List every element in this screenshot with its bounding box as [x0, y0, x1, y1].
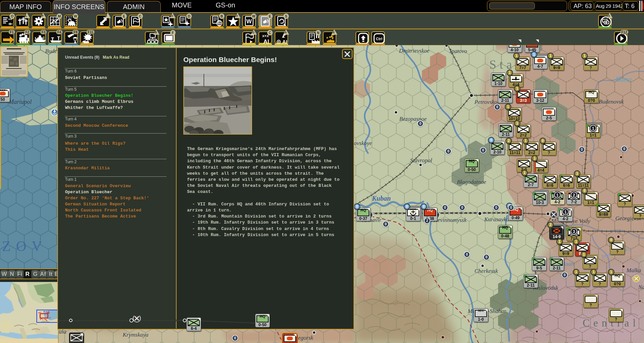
- svg-text:Ctrl: Ctrl: [376, 37, 382, 41]
- svg-text:W: W: [246, 18, 252, 25]
